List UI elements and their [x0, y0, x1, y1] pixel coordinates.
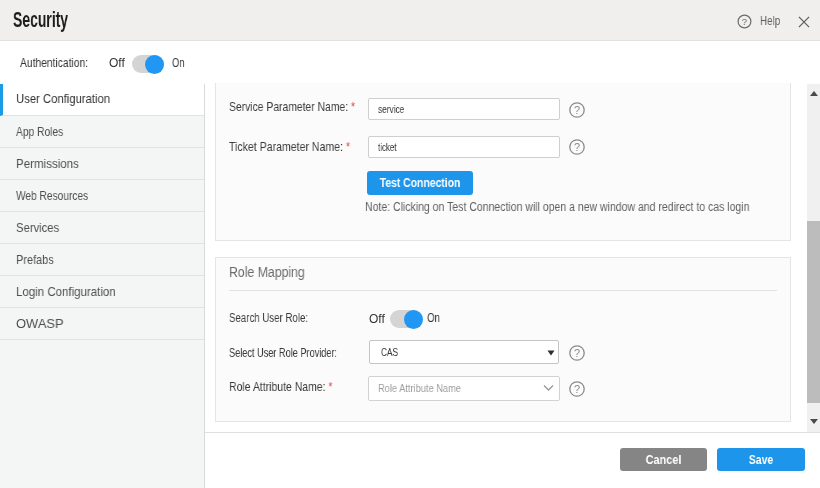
svg-text:?: ?: [741, 16, 746, 27]
svg-text:?: ?: [574, 383, 580, 395]
svg-text:?: ?: [574, 347, 580, 359]
svg-text:?: ?: [574, 104, 580, 116]
svg-text:?: ?: [574, 141, 580, 153]
